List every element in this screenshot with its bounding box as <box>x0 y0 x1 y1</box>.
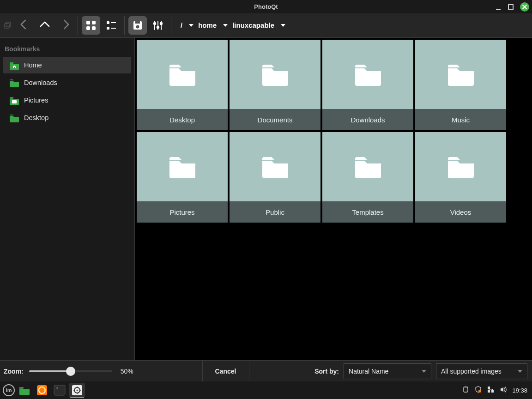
breadcrumb-linuxcapable[interactable]: linuxcapable <box>232 21 285 29</box>
close-icon[interactable] <box>520 2 529 12</box>
zoom-slider[interactable] <box>29 367 112 376</box>
folder-icon <box>230 132 320 201</box>
sidebar-item-label: Pictures <box>24 97 48 104</box>
svg-rect-30 <box>491 390 494 393</box>
taskbar-clock[interactable]: 19:38 <box>512 387 529 394</box>
folder-tile[interactable]: Pictures <box>137 132 228 223</box>
folder-icon <box>322 132 413 201</box>
sort-by-select[interactable]: Natural Name <box>344 363 431 379</box>
cancel-button[interactable]: Cancel <box>203 368 249 375</box>
folder-icon <box>415 132 506 201</box>
nav-back-button[interactable] <box>18 18 30 32</box>
toolbar-separator <box>78 16 78 35</box>
folder-tile[interactable]: Templates <box>322 132 413 223</box>
taskbar-terminal-button[interactable]: $_ <box>52 383 67 397</box>
toolbar: / home linuxcapable <box>0 13 532 37</box>
svg-rect-5 <box>92 26 96 30</box>
breadcrumb: / home linuxcapable <box>175 21 285 29</box>
tray-clipboard-icon[interactable] <box>462 386 469 395</box>
view-icons-button[interactable] <box>82 16 100 35</box>
folder-tile[interactable]: Desktop <box>137 40 228 130</box>
svg-text:lm: lm <box>6 387 12 393</box>
tray-shield-icon[interactable] <box>475 386 482 395</box>
zoom-label: Zoom: <box>4 368 24 375</box>
sidebar: Bookmarks Home Downloads Pictures <box>0 38 135 360</box>
settings-sliders-button[interactable] <box>149 16 167 35</box>
chevron-down-icon <box>518 370 522 373</box>
zoom-value: 50% <box>118 368 133 375</box>
svg-rect-17 <box>12 100 17 103</box>
chevron-down-icon[interactable] <box>223 24 228 27</box>
folder-icon <box>9 113 19 122</box>
nav-forward-button[interactable] <box>60 18 72 32</box>
tray-volume-icon[interactable] <box>500 386 507 395</box>
taskbar-firefox-button[interactable] <box>34 383 50 397</box>
svg-rect-9 <box>111 28 116 29</box>
chevron-down-icon[interactable] <box>189 24 193 27</box>
folder-icon <box>137 40 228 109</box>
breadcrumb-root[interactable]: / <box>181 21 193 29</box>
storage-button[interactable] <box>128 16 147 35</box>
titlebar: PhotoQt <box>0 0 532 13</box>
chevron-down-icon[interactable] <box>281 24 285 27</box>
sidebar-item-desktop[interactable]: Desktop <box>3 109 131 126</box>
svg-point-10 <box>136 25 139 28</box>
taskbar-photoqt-button[interactable] <box>69 383 85 397</box>
svg-rect-7 <box>111 22 116 23</box>
svg-point-28 <box>478 390 481 393</box>
folder-tile[interactable]: Public <box>230 132 320 223</box>
sort-by-label: Sort by: <box>314 368 339 375</box>
svg-rect-3 <box>92 21 96 24</box>
chevron-down-icon <box>422 370 426 373</box>
svg-rect-27 <box>465 387 467 387</box>
folder-tile[interactable]: Music <box>415 40 506 130</box>
taskbar-files-button[interactable] <box>17 383 32 397</box>
svg-rect-1 <box>6 22 11 27</box>
folder-label: Templates <box>322 201 413 223</box>
footer-bar: Zoom: 50% Cancel Sort by: Natural Name A… <box>0 360 532 381</box>
sidebar-item-label: Downloads <box>24 79 57 86</box>
file-filter-value: All supported images <box>441 368 502 375</box>
folder-label: Desktop <box>137 109 228 130</box>
taskbar: lm $_ 19:38 <box>0 381 532 399</box>
svg-rect-26 <box>464 387 468 392</box>
sidebar-item-pictures[interactable]: Pictures <box>3 92 131 109</box>
svg-text:$_: $_ <box>56 386 60 390</box>
toolbar-separator <box>171 16 171 35</box>
folder-icon <box>415 40 506 109</box>
sidebar-item-downloads[interactable]: Downloads <box>3 74 131 91</box>
folder-icon <box>230 40 320 109</box>
nav-up-button[interactable] <box>39 18 51 32</box>
slider-thumb[interactable] <box>66 367 75 376</box>
svg-rect-29 <box>488 387 490 389</box>
folder-label: Documents <box>230 109 320 130</box>
sort-by-value: Natural Name <box>349 368 388 375</box>
folder-tile[interactable]: Videos <box>415 132 506 223</box>
svg-rect-4 <box>86 26 90 30</box>
folder-label: Public <box>230 201 320 223</box>
folder-tile[interactable]: Documents <box>230 40 320 130</box>
sidebar-item-label: Desktop <box>24 114 48 121</box>
window-title: PhotoQt <box>0 3 532 10</box>
folder-label: Videos <box>415 201 506 223</box>
maximize-icon[interactable] <box>508 4 514 10</box>
sidebar-item-label: Home <box>24 61 42 69</box>
copy-indicator-icon <box>4 21 12 30</box>
folder-grid: Desktop Documents Downloads Music Pictur… <box>135 38 532 360</box>
view-list-button[interactable] <box>102 16 121 35</box>
breadcrumb-label: / <box>181 21 182 29</box>
breadcrumb-home[interactable]: home <box>198 21 228 29</box>
svg-rect-0 <box>5 24 9 28</box>
start-menu-button[interactable]: lm <box>3 384 15 396</box>
folder-icon <box>322 40 413 109</box>
svg-rect-2 <box>86 21 90 24</box>
sidebar-item-home[interactable]: Home <box>3 57 131 73</box>
toolbar-separator <box>124 16 125 35</box>
tray-network-icon[interactable] <box>487 386 494 395</box>
minimize-icon[interactable] <box>495 4 502 10</box>
footer-separator <box>249 361 249 382</box>
sidebar-heading: Bookmarks <box>0 41 134 56</box>
folder-tile[interactable]: Downloads <box>322 40 413 130</box>
svg-rect-8 <box>107 27 109 30</box>
file-filter-select[interactable]: All supported images <box>436 363 527 379</box>
